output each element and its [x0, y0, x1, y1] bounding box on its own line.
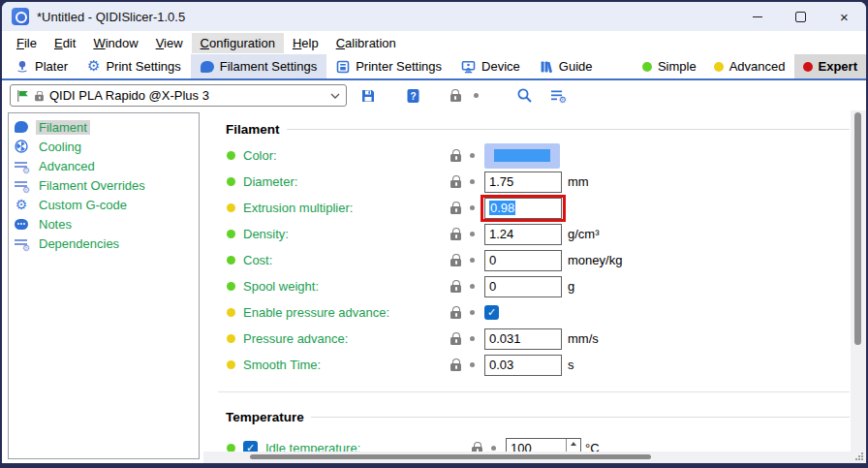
- param-label: Spool weight:: [243, 279, 319, 294]
- cost-input[interactable]: 0: [484, 250, 562, 271]
- menu-file[interactable]: File: [8, 33, 46, 53]
- lock-icon[interactable]: [450, 285, 461, 293]
- revert-dot[interactable]: [470, 153, 475, 158]
- extrusion-multiplier-input[interactable]: 0.98: [484, 198, 562, 219]
- sidebar-item-dependencies[interactable]: Dependencies: [9, 234, 199, 253]
- advanced-mode-dot-icon: [714, 62, 724, 72]
- menu-edit[interactable]: Edit: [46, 33, 84, 53]
- mode-level-dot-icon: [227, 203, 235, 212]
- tab-guide[interactable]: Guide: [530, 54, 603, 78]
- horizontal-scrollbar-thumb[interactable]: [250, 454, 651, 459]
- search-button[interactable]: [513, 85, 535, 107]
- revert-dot[interactable]: [470, 179, 475, 184]
- menu-calibration[interactable]: Calibration: [327, 33, 405, 53]
- menu-configuration[interactable]: Configuration: [192, 33, 284, 53]
- minimize-icon: [753, 16, 762, 17]
- section-title: Temperature: [226, 410, 304, 424]
- menu-view[interactable]: View: [147, 33, 192, 53]
- tab-print-settings[interactable]: ⚙ Print Settings: [78, 54, 191, 78]
- smooth-time-input[interactable]: 0.03: [484, 355, 562, 376]
- tab-label: Plater: [35, 59, 68, 74]
- revert-all-dot[interactable]: [474, 93, 479, 98]
- lock-icon[interactable]: [450, 311, 461, 319]
- arrow-up-icon: [571, 442, 576, 446]
- mode-label: Expert: [819, 59, 857, 74]
- simple-mode-dot-icon: [642, 62, 652, 72]
- close-button[interactable]: ×: [822, 2, 866, 31]
- maximize-button[interactable]: [779, 2, 822, 31]
- revert-dot[interactable]: [470, 205, 475, 210]
- settings-content: Filament Cooling Advanced Filament Overr…: [2, 110, 866, 463]
- tab-label: Device: [481, 59, 520, 74]
- spool-weight-input[interactable]: 0: [484, 276, 562, 297]
- resize-grip-icon[interactable]: [855, 452, 864, 461]
- device-monitor-icon: [461, 60, 476, 74]
- tab-plater[interactable]: Plater: [6, 54, 78, 78]
- row-cost: Cost: 0 money/kg: [218, 247, 850, 273]
- vertical-scrollbar[interactable]: [851, 110, 866, 452]
- density-input[interactable]: 1.24: [484, 224, 562, 245]
- printer-icon: [336, 60, 350, 74]
- preset-combobox[interactable]: QIDI PLA Rapido @X-Plus 3: [10, 84, 347, 107]
- revert-dot[interactable]: [470, 284, 475, 289]
- sidebar-item-custom-gcode[interactable]: ⚙ Custom G-code: [9, 195, 199, 214]
- row-color: Color:: [218, 142, 850, 169]
- mode-level-dot-icon: [227, 282, 235, 291]
- tab-label: Printer Settings: [356, 59, 442, 74]
- tab-label: Guide: [559, 59, 593, 74]
- lock-icon[interactable]: [450, 154, 461, 162]
- mode-advanced[interactable]: Advanced: [705, 54, 794, 78]
- revert-dot[interactable]: [470, 336, 475, 341]
- svg-text:⚙: ⚙: [558, 95, 566, 104]
- input-value: 0.031: [489, 331, 521, 346]
- mode-level-dot-icon: [227, 151, 235, 160]
- mode-level-dot-icon: [227, 230, 235, 238]
- save-preset-button[interactable]: [357, 85, 379, 107]
- maximize-icon: [795, 12, 806, 22]
- lock-icon[interactable]: [450, 337, 461, 345]
- diameter-input[interactable]: 1.75: [484, 172, 562, 193]
- pressure-advance-input[interactable]: 0.031: [484, 328, 562, 350]
- notes-bubble-icon: [15, 219, 28, 230]
- spin-up-button[interactable]: [567, 439, 580, 449]
- lock-icon[interactable]: [450, 363, 461, 371]
- compare-settings-button[interactable]: ⚙: [547, 85, 569, 107]
- sidebar-item-cooling[interactable]: Cooling: [9, 137, 199, 156]
- lock-icon[interactable]: [450, 259, 461, 266]
- menu-help[interactable]: Help: [284, 33, 327, 53]
- input-value: 1.24: [489, 227, 513, 241]
- tab-printer-settings[interactable]: Printer Settings: [326, 54, 451, 78]
- revert-dot[interactable]: [470, 362, 475, 367]
- sidebar-item-filament-overrides[interactable]: Filament Overrides: [9, 175, 199, 195]
- help-button[interactable]: ?: [402, 85, 423, 107]
- vertical-scrollbar-thumb[interactable]: [854, 112, 861, 345]
- close-icon: ×: [840, 10, 849, 24]
- tab-filament-settings[interactable]: Filament Settings: [191, 54, 326, 78]
- filament-icon: [15, 121, 28, 133]
- row-density: Density: 1.24 g/cm³: [218, 221, 850, 247]
- menu-window[interactable]: Window: [84, 33, 146, 53]
- mode-expert[interactable]: Expert: [794, 54, 866, 78]
- revert-dot[interactable]: [491, 446, 496, 451]
- lock-icon[interactable]: [450, 233, 461, 240]
- lock-icon[interactable]: [450, 206, 461, 214]
- expert-mode-dot-icon: [803, 62, 813, 72]
- horizontal-scrollbar[interactable]: [203, 452, 851, 463]
- sidebar-item-advanced[interactable]: Advanced: [9, 156, 199, 175]
- lock-all-button[interactable]: [445, 85, 466, 107]
- revert-dot[interactable]: [470, 310, 475, 315]
- mode-simple[interactable]: Simple: [634, 54, 705, 78]
- unit-label: mm: [568, 174, 589, 189]
- gear-icon: ⚙: [16, 198, 28, 211]
- enable-pressure-advance-checkbox[interactable]: [484, 305, 499, 320]
- sidebar-item-notes[interactable]: Notes: [9, 214, 199, 234]
- revert-dot[interactable]: [470, 258, 475, 263]
- tab-device[interactable]: Device: [451, 54, 530, 78]
- minimize-button[interactable]: [735, 2, 779, 31]
- sidebar-item-filament[interactable]: Filament: [9, 117, 199, 137]
- color-swatch-button[interactable]: [484, 143, 560, 169]
- revert-dot[interactable]: [470, 232, 475, 236]
- mode-label: Advanced: [729, 59, 786, 74]
- chevron-down-icon: [330, 93, 340, 99]
- lock-icon[interactable]: [450, 180, 461, 188]
